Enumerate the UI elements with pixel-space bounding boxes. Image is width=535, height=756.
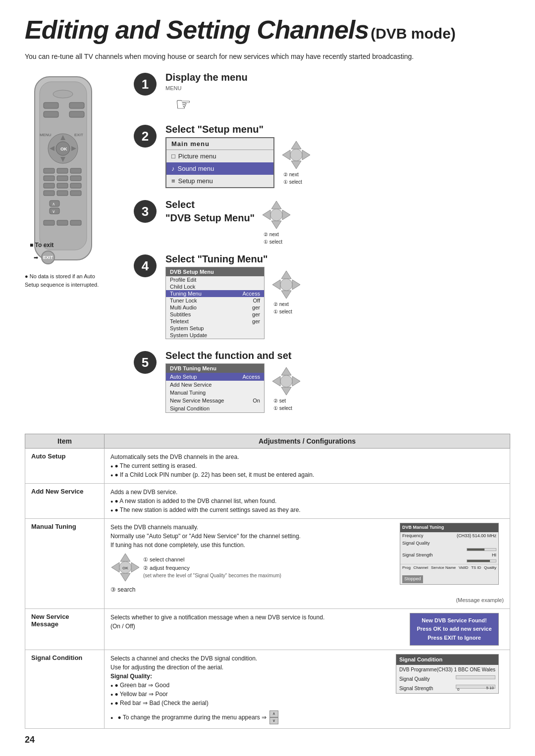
svg-rect-19	[44, 176, 54, 181]
manual-tuning-content: DVB Manual Tuning Frequency(CH33) 514.00…	[110, 523, 504, 594]
no-data-note: ● No data is stored if an Auto Setup seq…	[25, 272, 107, 289]
step-1: 1 Display the menu MENU ☞	[134, 72, 510, 115]
svg-marker-46	[281, 291, 291, 299]
step-4-row: DVB Setup Menu Profile Edit Child Lock T…	[165, 267, 510, 341]
svg-rect-17	[57, 168, 68, 173]
svg-rect-34	[70, 220, 81, 225]
svg-marker-38	[302, 150, 310, 160]
new-service-message-desc: New DVB Service Found! Press OK to add n…	[105, 608, 510, 650]
step-2-content: Select "Setup menu" Main menu □ Picture …	[165, 124, 510, 190]
table-row-new-service-message: New Service Message New DVB Service Foun…	[25, 608, 510, 650]
signal-quality-bar-display	[456, 675, 495, 679]
svg-rect-18	[70, 168, 81, 173]
steps-column: 1 Display the menu MENU ☞ 2 Select "Setu…	[124, 72, 510, 424]
channel-up-btn[interactable]: ∧	[269, 710, 278, 717]
svg-text:MENU: MENU	[40, 133, 52, 137]
menu-item-sound: ♪ Sound menu	[166, 162, 273, 175]
message-example-box: New DVB Service Found! Press OK to add n…	[410, 613, 499, 646]
nav-dpad-3	[262, 200, 291, 230]
dvb-row-subtitles: Subtitlesger	[166, 311, 264, 318]
new-service-message-item: New Service Message	[25, 608, 105, 650]
step-1-title: Display the menu	[165, 72, 510, 83]
dvb-row-profile: Profile Edit	[166, 276, 264, 283]
step-3-title-block: Select "DVB Setup Menu"	[165, 199, 255, 226]
step-5: 5 Select the function and set DVB Tuning…	[134, 350, 510, 415]
svg-marker-35	[291, 141, 301, 149]
remote-control-illustration: MENU EXIT OK	[25, 72, 102, 280]
svg-rect-5	[44, 111, 58, 117]
page-number: 24	[25, 735, 510, 745]
step-number-3: 3	[134, 200, 157, 223]
step-3-inner: Select "DVB Setup Menu" ② next	[165, 199, 510, 245]
dvb-tuning-header: DVB Tuning Menu	[166, 364, 264, 373]
nav-next-label-4: ② next	[273, 302, 289, 307]
step-number-4: 4	[134, 254, 157, 277]
svg-point-2	[53, 90, 73, 98]
message-example-label: (Message example)	[110, 596, 504, 605]
nav-dpad-2	[281, 140, 311, 170]
nav-set-label-5: ② set	[273, 398, 286, 403]
svg-rect-6	[69, 111, 84, 117]
dvb-row-tuning: Tuning MenuAccess	[166, 290, 264, 297]
dvb-row-multiaudio: Multi Audioger	[166, 304, 264, 311]
channel-down-btn[interactable]: ∨	[269, 717, 278, 724]
adjustments-table: Item Adjustments / Configurations Auto S…	[25, 434, 510, 729]
step-3-title: Select	[165, 199, 255, 210]
dvb-tuning-menu-box: DVB Tuning Menu Auto SetupAccess Add New…	[165, 363, 265, 413]
svg-marker-42	[263, 210, 270, 220]
signal-condition-content: Signal Condition DVB Programme (CH33) 1 …	[110, 654, 504, 707]
step-3-title2: "DVB Setup Menu"	[165, 212, 255, 224]
picture-icon: □	[171, 152, 175, 160]
svg-rect-16	[44, 168, 54, 173]
svg-text:OK: OK	[60, 147, 67, 151]
step-2-nav: ② next ① select	[281, 140, 311, 185]
signal-dvb-programme-row: DVB Programme (CH33) 1 BBC ONE Wales	[396, 665, 498, 674]
menu-item-picture: □ Picture menu	[166, 150, 273, 162]
step-4-content: Select "Tuning Menu" DVB Setup Menu Prof…	[165, 253, 510, 341]
svg-marker-50	[281, 367, 291, 375]
signal-condition-item: Signal Condition	[25, 650, 105, 729]
exit-button[interactable]: EXIT	[41, 251, 55, 264]
page-title: Editing and Setting Channels (DVB mode)	[25, 15, 510, 45]
svg-marker-52	[272, 376, 280, 386]
step-2-title: Select "Setup menu"	[165, 124, 510, 135]
step-3: 3 Select "DVB Setup Menu"	[134, 199, 510, 245]
sound-icon: ♪	[171, 165, 175, 172]
manual-tuning-screenshot: DVB Manual Tuning Frequency(CH33) 514.00…	[400, 523, 499, 585]
signal-quality-row: Signal Quality	[396, 674, 498, 684]
svg-text:∧: ∧	[52, 202, 55, 206]
svg-marker-47	[272, 280, 280, 290]
svg-marker-58	[131, 562, 139, 572]
svg-marker-41	[271, 221, 281, 229]
svg-rect-21	[70, 176, 81, 181]
add-new-service-desc: Adds a new DVB service. ● A new station …	[105, 484, 510, 519]
step-4: 4 Select "Tuning Menu" DVB Setup Menu Pr…	[134, 253, 510, 341]
svg-point-39	[290, 149, 302, 161]
svg-rect-25	[44, 191, 54, 196]
svg-text:EXIT: EXIT	[74, 133, 83, 137]
svg-marker-37	[282, 150, 290, 160]
nav-next-label-2: ② next	[283, 172, 299, 177]
manual-tuning-diagram: OK ① select channel ② adjust frequency (…	[110, 553, 400, 582]
step-number-5: 5	[134, 351, 157, 374]
page-container: Editing and Setting Channels (DVB mode) …	[0, 0, 535, 756]
menu-item-setup: ≡ Setup menu	[166, 175, 273, 187]
svg-marker-51	[281, 387, 291, 395]
main-menu-box: Main menu □ Picture menu ♪ Sound menu ≡	[165, 137, 274, 188]
menu-hand-icon: ☞	[175, 94, 510, 115]
dvb-mode-text: DVB mode	[375, 25, 451, 42]
nav-select-label-2: ① select	[283, 179, 302, 185]
svg-rect-32	[44, 220, 54, 225]
channel-updown-buttons[interactable]: ∧ ∨	[269, 710, 278, 724]
nav-dpad-4	[271, 270, 301, 300]
subtitle-text: You can re-tune all TV channels when mov…	[25, 51, 510, 62]
svg-marker-53	[292, 376, 300, 386]
step-5-content: Select the function and set DVB Tuning M…	[165, 350, 510, 415]
svg-point-49	[280, 279, 292, 291]
table-row-add-new-service: Add New Service Adds a new DVB service. …	[25, 484, 510, 519]
svg-text:OK: OK	[122, 566, 128, 570]
signal-condition-desc: Signal Condition DVB Programme (CH33) 1 …	[105, 650, 510, 729]
remote-column: MENU EXIT OK	[25, 72, 124, 424]
svg-rect-23	[57, 183, 68, 188]
svg-point-44	[270, 209, 282, 221]
